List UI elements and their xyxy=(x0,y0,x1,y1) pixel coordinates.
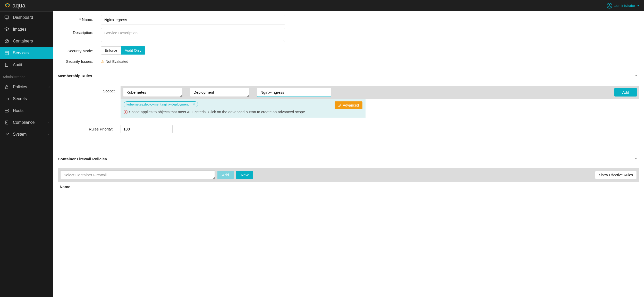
user-icon xyxy=(607,3,612,8)
scope-kind-select[interactable] xyxy=(190,88,249,97)
security-issues-value: ⚠Not Evaluated xyxy=(101,59,128,64)
security-mode-label: Security Mode: xyxy=(58,46,101,53)
sidebar-item-label: Hosts xyxy=(13,108,23,113)
sidebar-item-system[interactable]: System ‹ xyxy=(0,128,53,140)
svg-rect-6 xyxy=(5,51,8,55)
rules-priority-input[interactable] xyxy=(121,125,173,133)
sidebar: Dashboard Images Containers Services Aud… xyxy=(0,11,53,297)
dropdown-corner-icon xyxy=(212,177,215,179)
sidebar-item-services[interactable]: Services xyxy=(0,47,53,59)
topbar: aqua administrator xyxy=(0,0,644,11)
sidebar-item-label: Compliance xyxy=(13,120,35,125)
scope-label: Scope: xyxy=(58,86,121,93)
svg-point-15 xyxy=(7,99,8,99)
chevron-down-icon[interactable] xyxy=(634,73,639,78)
sidebar-section-admin: Administration xyxy=(0,71,53,81)
security-mode-toggle: Enforce Audit Only xyxy=(101,46,145,55)
chevron-left-icon: ‹ xyxy=(48,85,49,89)
advanced-button[interactable]: Advanced xyxy=(335,101,362,109)
svg-rect-8 xyxy=(5,63,8,66)
chevron-left-icon: ‹ xyxy=(48,133,49,136)
sidebar-item-label: Audit xyxy=(13,63,22,67)
gear-icon xyxy=(4,132,9,137)
user-name: administrator xyxy=(614,4,635,8)
audit-only-button[interactable]: Audit Only xyxy=(121,46,145,55)
caret-down-icon xyxy=(637,5,639,6)
sidebar-item-label: System xyxy=(13,132,27,137)
main-content: * Name: Description: Security Mode: Enfo… xyxy=(53,11,644,297)
logo-icon xyxy=(5,3,10,8)
checklist-icon xyxy=(4,120,9,125)
monitor-icon xyxy=(4,15,9,20)
info-icon: i xyxy=(124,110,128,114)
remove-tag-button[interactable]: ✕ xyxy=(193,103,195,106)
show-effective-rules-button[interactable]: Show Effective Rules xyxy=(595,171,637,179)
add-scope-button[interactable]: Add xyxy=(614,88,637,97)
sidebar-item-hosts[interactable]: Hosts xyxy=(0,105,53,117)
server-icon xyxy=(4,108,9,113)
dropdown-corner-icon xyxy=(247,94,249,97)
svg-rect-16 xyxy=(5,109,8,110)
add-firewall-button[interactable]: Add xyxy=(217,171,234,179)
sidebar-item-label: Secrets xyxy=(13,97,27,101)
sidebar-item-label: Dashboard xyxy=(13,15,33,20)
sidebar-item-label: Images xyxy=(13,27,26,32)
firewall-select[interactable] xyxy=(60,170,215,179)
svg-point-13 xyxy=(6,99,6,99)
pencil-icon xyxy=(338,104,342,107)
sidebar-item-label: Policies xyxy=(13,85,27,89)
svg-point-0 xyxy=(609,4,610,6)
svg-point-19 xyxy=(6,134,7,135)
scope-bar: Add xyxy=(121,86,639,99)
sidebar-item-label: Containers xyxy=(13,39,33,43)
svg-rect-11 xyxy=(5,87,8,89)
logo: aqua xyxy=(5,2,26,9)
membership-rules-title: Membership Rules xyxy=(58,74,92,78)
security-issues-label: Security Issues: xyxy=(58,59,101,64)
name-label: * Name: xyxy=(58,15,101,22)
scope-hint: i Scope applies to objects that meet ALL… xyxy=(124,110,362,114)
clipboard-icon xyxy=(4,62,9,67)
svg-rect-17 xyxy=(5,111,8,112)
sidebar-item-compliance[interactable]: Compliance ‹ xyxy=(0,117,53,128)
scope-tag: kubernetes.deployment.nginx-deployment ✕ xyxy=(124,101,198,107)
user-menu[interactable]: administrator xyxy=(607,3,639,8)
dropdown-corner-icon xyxy=(180,94,182,97)
svg-rect-1 xyxy=(5,16,9,18)
chevron-left-icon: ‹ xyxy=(48,121,49,124)
box-icon xyxy=(4,39,9,44)
firewall-table-name-header: Name xyxy=(58,182,639,189)
sidebar-item-dashboard[interactable]: Dashboard xyxy=(0,12,53,23)
rules-priority-label: Rules Priority: xyxy=(58,127,121,131)
description-input[interactable] xyxy=(101,28,285,42)
sidebar-item-label: Services xyxy=(13,51,29,55)
secrets-icon xyxy=(4,96,9,101)
membership-rules-header: Membership Rules xyxy=(58,73,639,81)
scope-type-select[interactable] xyxy=(123,88,182,97)
layers-icon xyxy=(4,27,9,32)
name-input[interactable] xyxy=(101,15,285,24)
new-firewall-button[interactable]: New xyxy=(236,171,253,179)
sidebar-item-images[interactable]: Images xyxy=(0,23,53,35)
chevron-down-icon[interactable] xyxy=(634,156,639,161)
firewall-policies-title: Container Firewall Policies xyxy=(58,157,107,161)
firewall-policies-header: Container Firewall Policies xyxy=(58,156,639,164)
brand-text: aqua xyxy=(12,2,26,9)
sidebar-item-containers[interactable]: Containers xyxy=(0,35,53,47)
warning-icon: ⚠ xyxy=(101,59,104,64)
scope-info-panel: Advanced kubernetes.deployment.nginx-dep… xyxy=(121,99,366,118)
scope-value-input[interactable] xyxy=(257,88,331,97)
enforce-button[interactable]: Enforce xyxy=(101,46,121,55)
firewall-toolbar: Add New Show Effective Rules xyxy=(58,168,639,182)
svg-marker-4 xyxy=(5,28,9,30)
description-label: Description: xyxy=(58,28,101,35)
svg-point-14 xyxy=(7,99,7,99)
lock-icon xyxy=(4,84,9,90)
sidebar-item-audit[interactable]: Audit xyxy=(0,59,53,71)
services-icon xyxy=(4,50,9,56)
sidebar-item-policies[interactable]: Policies ‹ xyxy=(0,81,53,93)
sidebar-item-secrets[interactable]: Secrets xyxy=(0,93,53,105)
